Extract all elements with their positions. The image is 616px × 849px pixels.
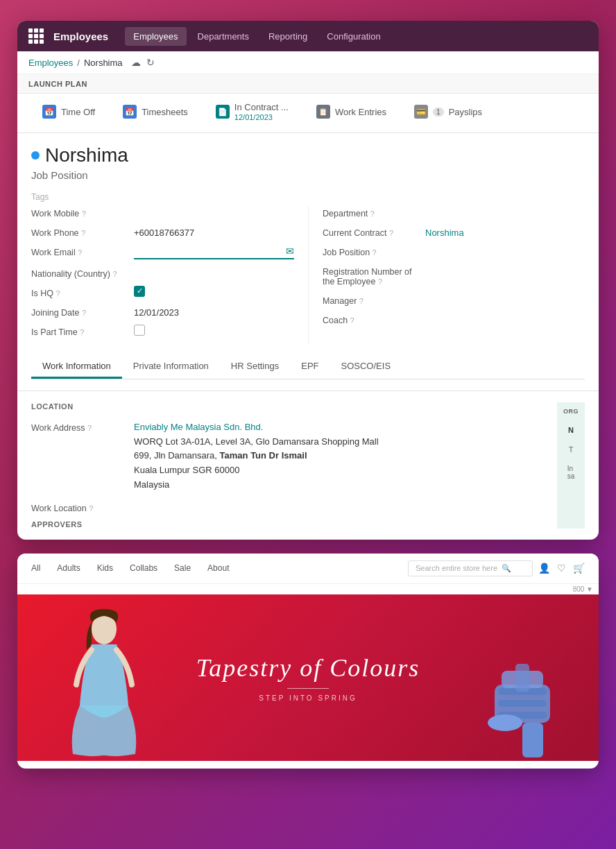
shop-nav-collabs[interactable]: Collabs xyxy=(130,563,157,573)
location-col: LOCATION Work Address ? Enviably Me Mala… xyxy=(31,402,557,529)
work-email-wrapper[interactable]: ✉ xyxy=(134,245,294,259)
work-address-company[interactable]: Enviably Me Malaysia Sdn. Bhd. xyxy=(134,420,379,435)
coach-q[interactable]: ? xyxy=(350,316,354,325)
work-address-line4: Malaysia xyxy=(134,479,169,490)
shop-search-box[interactable]: Search entire store here 🔍 xyxy=(408,560,533,576)
navbar-item-reporting[interactable]: Reporting xyxy=(260,27,316,46)
manager-q[interactable]: ? xyxy=(359,297,363,305)
registration-number-q[interactable]: ? xyxy=(378,277,382,286)
tab-work-information[interactable]: Work Information xyxy=(31,355,122,379)
registration-number-value[interactable] xyxy=(453,264,585,266)
work-email-input[interactable] xyxy=(134,245,286,258)
info-tabs: Work Information Private Information HR … xyxy=(31,355,585,379)
manager-label: Manager ? xyxy=(323,293,420,306)
field-registration-number: Registration Number ofthe Employee ? xyxy=(323,264,585,286)
joining-date-label: Joining Date ? xyxy=(31,305,128,318)
org-t: T xyxy=(569,445,574,454)
hero-figure-left xyxy=(59,608,149,761)
work-phone-label: Work Phone ? xyxy=(31,225,128,238)
tab-contract[interactable]: 📄 In Contract ... 12/01/2023 xyxy=(202,94,302,132)
field-work-mobile: Work Mobile ? xyxy=(31,206,294,218)
job-position-q[interactable]: ? xyxy=(373,248,377,257)
svg-rect-5 xyxy=(522,723,543,757)
calendar-icon-timeoff: 📅 xyxy=(42,105,56,119)
is-part-time-checkbox[interactable] xyxy=(134,325,145,336)
shop-nav-all[interactable]: All xyxy=(31,563,40,573)
cloud-icon[interactable]: ☁ xyxy=(131,57,141,68)
current-contract-value[interactable]: Norshima xyxy=(425,225,585,238)
navbar-item-departments[interactable]: Departments xyxy=(189,27,257,46)
field-nationality: Nationality (Country) ? xyxy=(31,266,294,279)
current-contract-q[interactable]: ? xyxy=(389,229,393,237)
navbar-item-employees[interactable]: Employees xyxy=(125,27,186,46)
registration-number-label: Registration Number ofthe Employee ? xyxy=(323,264,447,286)
is-hq-q[interactable]: ? xyxy=(55,289,60,298)
work-mobile-value[interactable] xyxy=(134,206,294,208)
field-job-position: Job Position ? xyxy=(323,245,585,257)
hero-figure-right xyxy=(481,622,564,761)
manager-value[interactable] xyxy=(425,293,585,295)
org-info: Insa xyxy=(567,465,575,480)
department-q[interactable]: ? xyxy=(370,209,375,218)
heart-icon[interactable]: ♡ xyxy=(557,563,566,574)
department-label: Department ? xyxy=(323,206,420,218)
department-value[interactable] xyxy=(425,206,585,208)
user-icon[interactable]: 👤 xyxy=(538,563,550,574)
tab-time-off[interactable]: 📅 Time Off xyxy=(28,94,109,132)
cart-icon[interactable]: 🛒 xyxy=(573,563,585,574)
shop-nav-kids[interactable]: Kids xyxy=(97,563,113,573)
tab-private-information[interactable]: Private Information xyxy=(122,355,220,379)
nationality-value[interactable] xyxy=(134,266,294,268)
work-address-label: Work Address ? xyxy=(31,420,128,492)
tab-work-entries[interactable]: 📋 Work Entries xyxy=(302,94,400,132)
action-tabs: 📅 Time Off 📅 Timesheets 📄 In Contract ..… xyxy=(17,94,599,133)
avatar-dot xyxy=(31,151,40,160)
nationality-label: Nationality (Country) ? xyxy=(31,266,128,279)
employee-job-position[interactable]: Job Position xyxy=(31,169,585,181)
breadcrumb-actions: ☁ ↻ xyxy=(131,57,155,68)
tab-payslips[interactable]: 💳 1 Payslips xyxy=(400,94,496,132)
tab-epf[interactable]: EPF xyxy=(290,355,330,379)
shop-counter[interactable]: 800 ▼ xyxy=(17,584,599,594)
is-hq-checkbox[interactable]: ✓ xyxy=(134,286,145,297)
breadcrumb-current: Norshima xyxy=(84,58,123,68)
refresh-icon[interactable]: ↻ xyxy=(146,57,155,68)
work-phone-q[interactable]: ? xyxy=(81,229,85,237)
navbar-brand: Employees xyxy=(53,31,108,42)
navbar: Employees Employees Departments Reportin… xyxy=(17,21,599,51)
navbar-item-configuration[interactable]: Configuration xyxy=(318,27,388,46)
grid-icon[interactable] xyxy=(28,28,44,44)
search-icon[interactable]: 🔍 xyxy=(502,564,511,573)
work-address-q[interactable]: ? xyxy=(87,424,92,432)
coach-value[interactable] xyxy=(425,313,585,315)
work-location-q[interactable]: ? xyxy=(89,504,93,513)
tab-sosco-eis[interactable]: SOSCO/EIS xyxy=(330,355,402,379)
field-coach: Coach ? xyxy=(323,313,585,325)
work-address-line3: Kuala Lumpur SGR 60000 xyxy=(134,465,239,475)
tab-hr-settings[interactable]: HR Settings xyxy=(220,355,290,379)
work-address-line1: WORQ Lot 3A-01A, Level 3A, Glo Damansara… xyxy=(134,436,379,447)
shop-nav-sale[interactable]: Sale xyxy=(174,563,191,573)
fields-right: Department ? Current Contract ? Norshima… xyxy=(308,206,585,344)
shop-nav-about[interactable]: About xyxy=(207,563,229,573)
work-email-q[interactable]: ? xyxy=(78,248,82,257)
work-entries-icon: 📋 xyxy=(316,105,330,119)
work-address-content: Enviably Me Malaysia Sdn. Bhd. WORQ Lot … xyxy=(134,420,379,492)
main-window: Employees Employees Departments Reportin… xyxy=(17,21,599,540)
calendar-icon-timesheets: 📅 xyxy=(123,105,137,119)
work-mobile-q[interactable]: ? xyxy=(82,209,86,218)
shop-nav-adults[interactable]: Adults xyxy=(57,563,80,573)
breadcrumb-parent[interactable]: Employees xyxy=(28,58,73,68)
location-section: LOCATION Work Address ? Enviably Me Mala… xyxy=(17,391,599,540)
work-address-row: Work Address ? Enviably Me Malaysia Sdn.… xyxy=(31,420,557,492)
work-location-value[interactable] xyxy=(134,501,557,503)
shop-nav-right: Search entire store here 🔍 👤 ♡ 🛒 xyxy=(408,560,585,576)
field-work-email: Work Email ? ✉ xyxy=(31,245,294,259)
nationality-q[interactable]: ? xyxy=(112,270,117,278)
job-position-value[interactable] xyxy=(425,245,585,247)
tab-timesheets[interactable]: 📅 Timesheets xyxy=(109,94,202,132)
joining-date-q[interactable]: ? xyxy=(82,309,86,317)
field-work-phone: Work Phone ? +60018766377 xyxy=(31,225,294,238)
job-position-label: Job Position ? xyxy=(323,245,420,257)
is-part-time-q[interactable]: ? xyxy=(80,328,84,336)
